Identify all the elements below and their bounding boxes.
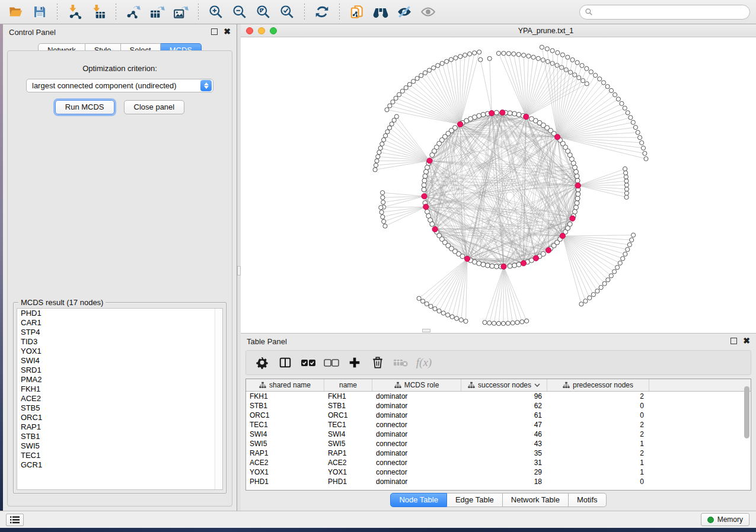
close-table-panel-icon[interactable]: ✖ <box>743 338 750 344</box>
mcds-result-item[interactable]: FKH1 <box>17 384 222 394</box>
cell-name: SWI4 <box>324 430 372 439</box>
cell-shared-name: SWI4 <box>246 430 324 439</box>
toolbar-separator <box>304 4 305 20</box>
node-table: shared namenameMCDS rolesuccessor nodesp… <box>245 379 751 491</box>
cell-shared-name: TEC1 <box>246 420 324 430</box>
column-header-successor-nodes[interactable]: successor nodes <box>461 379 547 391</box>
mcds-result-item[interactable]: ACE2 <box>17 394 222 403</box>
zoom-in-icon[interactable] <box>206 2 226 21</box>
network-graph[interactable] <box>241 37 756 333</box>
search-field[interactable] <box>579 5 750 20</box>
mcds-result-group: MCDS result (17 nodes) PHD1CAR1STP4TID3Y… <box>13 302 227 493</box>
cell-predecessor-nodes: 0 <box>547 477 649 486</box>
cell-predecessor-nodes: 2 <box>547 420 649 430</box>
mcds-result-item[interactable]: RAP1 <box>17 422 222 432</box>
table-row[interactable]: ACE2ACE2connector311 <box>246 458 751 467</box>
table-row[interactable]: ORC1ORC1dominator610 <box>246 411 751 420</box>
criterion-dropdown[interactable]: largest connected component (undirected) <box>26 79 213 92</box>
table-scrollbar[interactable] <box>744 386 749 438</box>
table-row[interactable]: RAP1RAP1dominator352 <box>246 448 751 458</box>
mcds-result-item[interactable]: CAR1 <box>17 318 222 328</box>
import-network-icon[interactable] <box>65 2 85 21</box>
table-row[interactable]: TEC1TEC1connector472 <box>246 420 751 430</box>
delete-column-icon[interactable] <box>369 354 387 371</box>
network-window-titlebar[interactable]: YPA_prune.txt_1 <box>241 24 756 37</box>
mcds-result-item[interactable]: STB5 <box>17 403 222 413</box>
table-row[interactable]: PHD1PHD1dominator180 <box>246 477 751 486</box>
column-header-predecessor-nodes[interactable]: predecessor nodes <box>547 379 649 391</box>
export-network-icon[interactable] <box>123 2 143 21</box>
select-all-icon[interactable] <box>299 354 317 371</box>
delete-table-icon <box>392 354 410 371</box>
mcds-result-item[interactable]: SRD1 <box>17 366 222 375</box>
toolbar-separator <box>198 4 199 20</box>
mcds-result-item[interactable]: PHD1 <box>17 309 222 318</box>
first-neighbors-icon[interactable] <box>371 2 391 21</box>
show-task-history-button[interactable] <box>6 514 24 526</box>
cell-shared-name: YOX1 <box>246 467 324 477</box>
column-header-name[interactable]: name <box>324 379 372 391</box>
tab-motifs[interactable]: Motifs <box>569 493 607 507</box>
tab-node-table[interactable]: Node Table <box>390 493 447 507</box>
cell-successor-nodes: 29 <box>461 467 547 477</box>
mcds-result-item[interactable]: STB1 <box>17 432 222 441</box>
horizontal-splitter-grip[interactable] <box>422 329 430 332</box>
cell-shared-name: FKH1 <box>246 392 324 401</box>
search-input[interactable] <box>596 7 745 17</box>
table-type-tabs: Node TableEdge TableNetwork TableMotifs <box>241 493 756 507</box>
table-row[interactable]: YOX1YOX1connector291 <box>246 467 751 477</box>
mcds-list-scrollbar[interactable] <box>215 309 222 489</box>
import-table-icon[interactable] <box>88 2 109 21</box>
add-column-icon[interactable] <box>346 354 363 371</box>
mcds-result-item[interactable]: TID3 <box>17 337 222 347</box>
list-icon <box>10 516 20 524</box>
float-table-panel-icon[interactable] <box>731 338 737 344</box>
save-icon[interactable] <box>30 2 50 21</box>
export-table-icon[interactable] <box>147 2 167 21</box>
refresh-icon[interactable] <box>312 2 332 21</box>
zoom-out-icon[interactable] <box>229 2 250 21</box>
cell-name: PHD1 <box>324 477 372 486</box>
table-row[interactable]: STB1STB1dominator620 <box>246 401 751 411</box>
mcds-result-item[interactable]: STP4 <box>17 328 222 337</box>
export-image-icon[interactable] <box>171 2 191 21</box>
cell-predecessor-nodes: 1 <box>547 458 649 467</box>
table-row[interactable]: SWI4SWI4dominator462 <box>246 430 751 439</box>
control-panel: Control Panel ✖ NetworkStyleSelectMCDS O… <box>3 24 237 511</box>
tab-edge-table[interactable]: Edge Table <box>447 493 503 507</box>
mcds-result-item[interactable]: ORC1 <box>17 413 222 422</box>
table-row[interactable]: FKH1FKH1dominator962 <box>246 392 751 401</box>
deselect-all-icon[interactable] <box>323 354 340 371</box>
cell-shared-name: ORC1 <box>246 411 324 420</box>
zoom-fit-icon[interactable] <box>253 2 273 21</box>
cell-name: STB1 <box>324 401 372 411</box>
float-panel-icon[interactable] <box>211 28 218 35</box>
cell-MCDS-role: dominator <box>372 392 461 401</box>
show-all-icon[interactable] <box>418 2 438 21</box>
network-canvas[interactable] <box>241 37 756 333</box>
close-panel-button[interactable]: Close panel <box>124 100 185 114</box>
column-header-MCDS-role[interactable]: MCDS role <box>372 379 461 391</box>
mcds-result-item[interactable]: SWI5 <box>17 441 222 451</box>
open-file-icon[interactable] <box>6 2 26 21</box>
column-header-shared-name[interactable]: shared name <box>246 379 324 391</box>
mcds-result-item[interactable]: YOX1 <box>17 347 222 356</box>
show-columns-icon[interactable] <box>276 354 294 371</box>
zoom-selected-icon[interactable] <box>277 2 297 21</box>
table-row[interactable]: SWI5SWI5connector431 <box>246 439 751 448</box>
new-network-from-selection-icon[interactable] <box>347 2 367 21</box>
mcds-result-item[interactable]: TEC1 <box>17 451 222 460</box>
mcds-result-item[interactable]: PMA2 <box>17 375 222 384</box>
mcds-result-item[interactable]: SWI4 <box>17 356 222 366</box>
mcds-tab-content: Optimization criterion: largest connecte… <box>7 50 232 507</box>
run-mcds-button[interactable]: Run MCDS <box>55 100 114 114</box>
cell-successor-nodes: 61 <box>461 411 547 420</box>
mcds-result-list[interactable]: PHD1CAR1STP4TID3YOX1SWI4SRD1PMA2FKH1ACE2… <box>17 308 223 490</box>
hide-selected-icon[interactable] <box>394 2 414 21</box>
column-header-filler <box>649 379 751 391</box>
memory-button[interactable]: Memory <box>701 513 749 526</box>
tab-network-table[interactable]: Network Table <box>503 493 569 507</box>
mcds-result-item[interactable]: GCR1 <box>17 460 222 470</box>
table-settings-icon[interactable] <box>253 354 271 371</box>
close-panel-icon[interactable]: ✖ <box>224 28 231 35</box>
